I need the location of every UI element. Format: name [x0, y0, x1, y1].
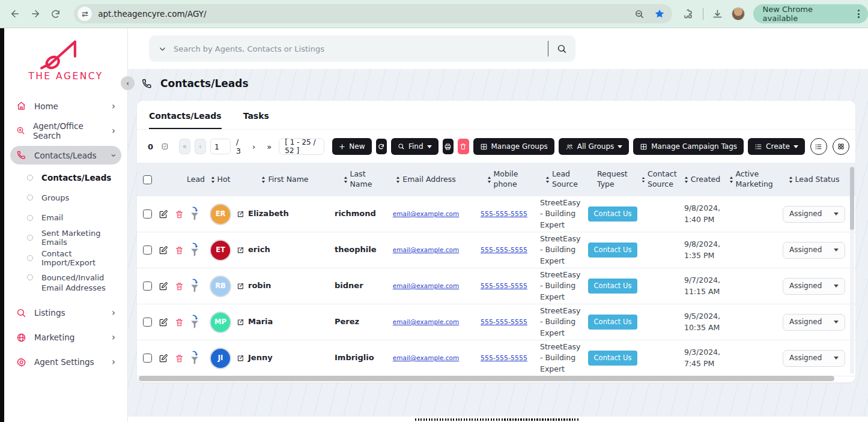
row-checkbox[interactable]: [143, 354, 152, 363]
create-button[interactable]: Create: [748, 138, 805, 155]
sort-icon[interactable]: [729, 176, 733, 183]
external-link-icon[interactable]: [237, 318, 244, 326]
sort-icon[interactable]: [211, 176, 215, 183]
search-icon[interactable]: [557, 44, 567, 54]
browser-reload-button[interactable]: [45, 4, 65, 24]
external-link-icon[interactable]: [237, 210, 244, 218]
delete-icon[interactable]: [175, 354, 184, 363]
select-all-checkbox-icon[interactable]: [161, 141, 169, 152]
page-number-input[interactable]: [210, 139, 231, 154]
delete-icon[interactable]: [175, 318, 184, 327]
sidebar-item-agent-settings[interactable]: Agent Settings ›: [10, 350, 121, 375]
sidebar-item-home[interactable]: Home ›: [10, 94, 121, 118]
email-link[interactable]: email@example.com: [393, 318, 459, 327]
external-link-icon[interactable]: [237, 354, 244, 362]
all-groups-button[interactable]: All Groups: [559, 138, 629, 155]
sort-icon[interactable]: [261, 176, 266, 183]
lead-status-select[interactable]: Assigned: [783, 206, 845, 223]
delete-button[interactable]: [458, 139, 469, 154]
first-page-button[interactable]: «: [179, 139, 190, 154]
print-button[interactable]: [443, 139, 454, 154]
manage-groups-button[interactable]: Manage Groups: [473, 138, 554, 155]
column-header-created[interactable]: Created: [678, 172, 727, 187]
lead-funnel-icon[interactable]: [189, 243, 201, 258]
lead-funnel-icon[interactable]: [189, 206, 201, 222]
lead-funnel-icon[interactable]: [189, 315, 201, 330]
phone-link[interactable]: 555-555-5555: [481, 318, 527, 327]
chrome-update-button[interactable]: New Chrome available: [753, 4, 868, 23]
lead-status-select[interactable]: Assigned: [783, 242, 845, 259]
sort-icon[interactable]: [684, 176, 688, 183]
avatar[interactable]: MP: [210, 312, 231, 333]
avatar[interactable]: RB: [210, 276, 231, 297]
edit-icon[interactable]: [159, 354, 168, 363]
phone-link[interactable]: 555-555-5555: [481, 282, 527, 291]
extensions-icon[interactable]: [683, 8, 694, 20]
lead-status-select[interactable]: Assigned: [783, 314, 845, 331]
search-scope-chevron-icon[interactable]: [159, 45, 166, 53]
column-header-lead-source[interactable]: Lead Source: [540, 167, 585, 192]
external-link-icon[interactable]: [237, 246, 244, 254]
avatar[interactable]: ER: [210, 203, 231, 225]
column-header-last-name[interactable]: Last Name: [335, 167, 384, 192]
vertical-scrollbar-track[interactable]: [850, 167, 854, 374]
first-name[interactable]: Elizabeth: [248, 208, 289, 220]
email-link[interactable]: email@example.com: [393, 282, 459, 291]
phone-link[interactable]: 555-555-5555: [481, 209, 527, 219]
lead-funnel-icon[interactable]: [189, 279, 201, 294]
phone-link[interactable]: 555-555-5555: [481, 246, 527, 255]
edit-icon[interactable]: [159, 318, 168, 327]
delete-icon[interactable]: [175, 246, 184, 255]
edit-icon[interactable]: [159, 209, 168, 219]
sidebar-subitem-email[interactable]: Email: [10, 208, 121, 228]
new-button[interactable]: New: [332, 138, 371, 155]
edit-icon[interactable]: [159, 246, 168, 255]
email-link[interactable]: email@example.com: [393, 354, 459, 363]
lead-funnel-icon[interactable]: [189, 351, 201, 366]
tab-contacts-leads[interactable]: Contacts/Leads: [149, 111, 222, 129]
sidebar-item-agent-office-search[interactable]: Agent/Office Search ›: [10, 118, 121, 143]
first-name[interactable]: Jenny: [248, 352, 273, 364]
header-checkbox[interactable]: [143, 175, 152, 184]
sidebar-item-marketing[interactable]: Marketing ›: [10, 325, 121, 350]
edit-icon[interactable]: [159, 282, 168, 291]
grid-view-toggle[interactable]: [833, 138, 849, 155]
column-header-hot[interactable]: Hot: [205, 172, 235, 187]
address-bar[interactable]: apt.theagencyre.com/AGY/: [74, 4, 672, 23]
sidebar-collapse-button[interactable]: ‹: [121, 76, 135, 90]
browser-back-button[interactable]: [5, 4, 25, 24]
url-text[interactable]: apt.theagencyre.com/AGY/: [98, 9, 634, 19]
column-header-first-name[interactable]: First Name: [235, 172, 335, 187]
first-name[interactable]: erich: [248, 244, 270, 256]
column-header-active-marketing[interactable]: Active Marketing: [727, 167, 772, 192]
column-header-lead-status[interactable]: Lead Status: [772, 172, 855, 187]
avatar[interactable]: JI: [210, 348, 231, 369]
site-settings-icon[interactable]: [77, 7, 92, 21]
sidebar-item-contacts-leads[interactable]: Contacts/Leads ›: [10, 146, 121, 164]
find-button[interactable]: Find: [391, 138, 439, 155]
vertical-scrollbar-thumb[interactable]: [850, 167, 854, 230]
browser-menu-icon[interactable]: [855, 10, 862, 18]
delete-icon[interactable]: [175, 282, 184, 291]
lead-status-select[interactable]: Assigned: [783, 350, 845, 367]
sidebar-subitem-contact-import-export[interactable]: Contact Import/Export: [10, 248, 121, 268]
zoom-icon[interactable]: [634, 9, 645, 19]
delete-icon[interactable]: [175, 209, 184, 219]
first-name[interactable]: robin: [248, 280, 271, 292]
download-icon[interactable]: [712, 8, 723, 20]
sidebar-subitem-contacts-leads[interactable]: Contacts/Leads: [10, 167, 121, 188]
phone-link[interactable]: 555-555-5555: [481, 354, 527, 363]
sort-icon[interactable]: [487, 176, 491, 183]
refresh-button[interactable]: [376, 139, 387, 154]
first-name[interactable]: Maria: [248, 316, 273, 328]
sidebar-subitem-bounced-invalid-emails[interactable]: Bounced/Invalid Email Addresses: [10, 268, 121, 299]
external-link-icon[interactable]: [237, 282, 244, 290]
row-checkbox[interactable]: [143, 282, 152, 291]
global-search-input[interactable]: [174, 44, 544, 53]
column-header-email[interactable]: Email Address: [384, 172, 468, 187]
sort-icon[interactable]: [789, 176, 793, 183]
last-page-button[interactable]: »: [264, 139, 275, 154]
row-checkbox[interactable]: [143, 318, 152, 327]
tab-tasks[interactable]: Tasks: [243, 111, 269, 129]
column-header-mobile-phone[interactable]: Mobile phone: [468, 167, 540, 192]
